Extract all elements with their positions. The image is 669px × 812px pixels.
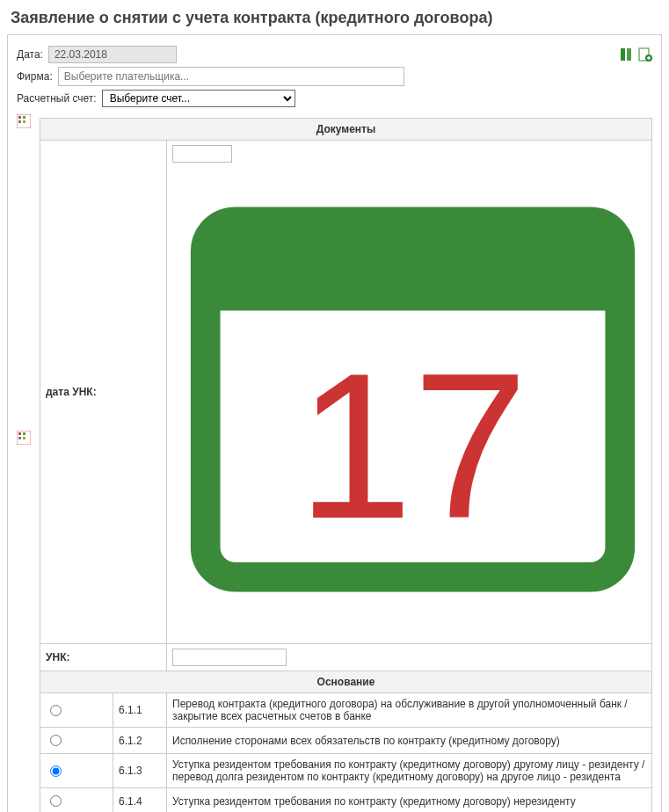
basis-code: 6.1.4 — [113, 788, 167, 813]
svg-rect-5 — [18, 116, 21, 119]
svg-rect-11 — [23, 432, 25, 435]
svg-rect-13 — [23, 437, 25, 439]
basis-text: Перевод контракта (кредитного договора) … — [167, 693, 652, 728]
add-page-icon[interactable] — [638, 47, 652, 62]
form-frame: Дата: 22.03.2018 Фирма: Расчетный счет: … — [7, 34, 662, 812]
basis-code: 6.1.3 — [113, 754, 167, 788]
basis-code: 6.1.1 — [113, 693, 167, 728]
basis-radio-613[interactable] — [50, 765, 62, 777]
basis-text: Исполнение сторонами всех обязательств п… — [167, 728, 652, 754]
svg-rect-10 — [18, 432, 21, 435]
basis-radio-611[interactable] — [50, 705, 62, 716]
firm-label: Фирма: — [17, 70, 53, 83]
firm-input[interactable] — [58, 67, 404, 86]
account-select[interactable]: Выберите счет... — [102, 90, 295, 107]
date-label: Дата: — [17, 48, 43, 61]
svg-rect-15 — [206, 221, 621, 310]
svg-rect-0 — [621, 48, 625, 61]
documents-table: Документы дата УНК: 17 УНК: Основание — [40, 118, 652, 812]
svg-rect-12 — [18, 437, 21, 439]
unk-label: УНК: — [40, 644, 167, 671]
date-field[interactable]: 22.03.2018 — [48, 46, 177, 63]
svg-rect-6 — [23, 116, 25, 119]
svg-rect-7 — [18, 120, 21, 123]
grid-icon-2[interactable] — [17, 431, 31, 445]
svg-text:17: 17 — [297, 330, 527, 562]
basis-radio-612[interactable] — [50, 735, 62, 746]
page-title: Заявление о снятии с учета контракта (кр… — [11, 9, 669, 27]
basis-code: 6.1.2 — [113, 728, 167, 754]
basis-text: Уступка резидентом требования по контрак… — [167, 788, 652, 813]
documents-header: Документы — [40, 119, 652, 141]
basis-text: Уступка резидентом требования по контрак… — [167, 754, 652, 788]
calendar-icon[interactable]: 17 — [176, 627, 650, 639]
basis-radio-614[interactable] — [50, 795, 62, 807]
account-label: Расчетный счет: — [17, 92, 97, 105]
book-icon[interactable] — [619, 47, 633, 62]
svg-rect-8 — [23, 120, 25, 123]
unk-input[interactable] — [172, 649, 287, 666]
basis-header: Основание — [40, 671, 652, 693]
unk-date-input[interactable] — [172, 145, 232, 163]
unk-date-label: дата УНК: — [40, 141, 167, 644]
grid-icon[interactable] — [17, 114, 31, 128]
svg-rect-1 — [627, 48, 631, 61]
